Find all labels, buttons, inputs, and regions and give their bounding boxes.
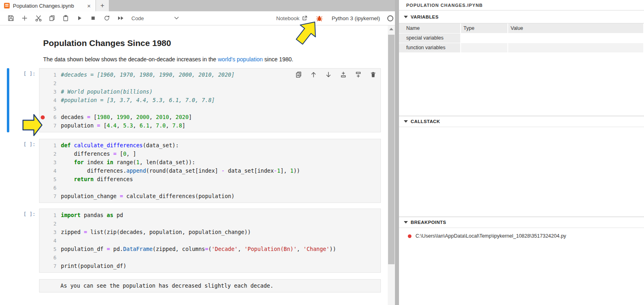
arrow-down-icon (325, 71, 332, 78)
kernel-name[interactable]: Python 3 (ipykernel) (332, 15, 380, 21)
markdown-edit-cell[interactable]: As you can see the population has decrea… (0, 279, 388, 292)
code-line: 2 (39, 79, 380, 88)
duplicate-cell-button[interactable] (295, 71, 302, 78)
debugger-toggle-button[interactable] (315, 13, 324, 24)
line-number: 2 (46, 219, 56, 228)
code-line: 1def calculate_differences(data_set): (39, 141, 380, 150)
worlds-population-link[interactable]: world's population (218, 56, 263, 63)
code-line: 7population = [4.4, 5.3, 6.1, 7.0, 7.8] (39, 121, 380, 130)
debugger-panel-title: POPULATION CHANGES.IPYNB (399, 0, 644, 10)
run-all-button[interactable] (114, 13, 127, 24)
breakpoint-dot-icon (408, 234, 411, 238)
interrupt-kernel-button[interactable] (86, 13, 100, 24)
delete-cell-button[interactable] (370, 71, 376, 78)
markdown-cell-title[interactable]: Population Changes Since 1980 (0, 34, 388, 48)
tab-title: Population Changes.ipynb (13, 3, 82, 9)
copy-cells-button[interactable] (45, 13, 59, 24)
bug-icon (316, 15, 323, 22)
code-cell[interactable]: [ ]:1def calculate_differences(data_set)… (0, 139, 388, 203)
cell-editor[interactable]: 1import pandas as pd2 3zipped = list(zip… (39, 209, 381, 273)
breakpoint-gutter[interactable] (39, 71, 46, 79)
breakpoint-gutter[interactable] (39, 236, 46, 245)
line-number: 4 (46, 236, 56, 245)
breakpoint-gutter[interactable] (39, 228, 46, 236)
paste-cells-button[interactable] (59, 13, 73, 24)
line-number: 5 (46, 175, 56, 184)
scrollbar-thumb[interactable] (388, 35, 395, 264)
move-cell-up-button[interactable] (310, 71, 317, 78)
tab-population-changes[interactable]: Population Changes.ipynb × (0, 0, 96, 11)
breakpoint-gutter[interactable] (39, 79, 46, 88)
scrollbar-up-button[interactable] (388, 25, 395, 32)
kernel-status-icon (387, 15, 393, 21)
code-text: differences = [0, ] (56, 150, 136, 158)
variables-header-row: Name Type Value (399, 23, 644, 33)
variables-row-special[interactable]: special variables (399, 33, 644, 43)
panel-splitter[interactable] (395, 0, 399, 305)
breakpoint-gutter[interactable] (39, 219, 46, 228)
breakpoint-gutter[interactable] (39, 184, 46, 192)
tab-bar: Population Changes.ipynb × + (0, 0, 399, 11)
cell-prompt: [ ]: (0, 209, 39, 273)
restart-kernel-button[interactable] (100, 13, 114, 24)
notebook-launcher-label: Notebook (276, 15, 299, 21)
code-line: 3# World population(billions) (39, 88, 380, 96)
cell-editor[interactable]: 1def calculate_differences(data_set):2 d… (39, 139, 381, 203)
move-cell-down-button[interactable] (325, 71, 332, 78)
scroll-up-icon (389, 28, 393, 30)
breakpoint-gutter[interactable] (39, 175, 46, 184)
copy-icon (49, 15, 55, 21)
line-number: 1 (46, 211, 56, 219)
cell-editor[interactable]: As you can see the population has decrea… (39, 279, 381, 292)
line-number: 3 (46, 158, 56, 167)
code-line: 6decades = [1980, 1990, 2000, 2010, 2020… (39, 113, 380, 121)
cell-type-dropdown[interactable]: Code (131, 15, 179, 21)
line-number: 6 (46, 113, 56, 121)
breakpoint-gutter[interactable] (39, 167, 46, 175)
breakpoint-gutter[interactable] (39, 192, 46, 201)
notebook-launcher-button[interactable]: Notebook (276, 15, 307, 21)
notebook-scrollbar[interactable] (388, 25, 395, 305)
save-button[interactable] (4, 13, 18, 24)
cell-editor[interactable]: 1#decades = [1960, 1970, 1980, 1990, 200… (39, 68, 381, 132)
breakpoint-gutter[interactable] (39, 211, 46, 219)
breakpoint-gutter[interactable] (39, 121, 46, 130)
breakpoint-gutter[interactable] (39, 158, 46, 167)
code-line: 3zipped = list(zip(decades, population, … (39, 228, 380, 236)
breakpoint-gutter[interactable] (39, 262, 46, 270)
line-number: 5 (46, 245, 56, 253)
code-text: #decades = [1960, 1970, 1980, 1990, 2000… (56, 71, 235, 79)
code-cell[interactable]: [ ]:1import pandas as pd2 3zipped = list… (0, 209, 388, 273)
plus-icon (21, 15, 28, 21)
insert-cell-above-button[interactable] (340, 71, 347, 78)
breakpoint-list-item[interactable]: C:\Users\Ian\AppData\Local\Temp\ipykerne… (399, 232, 644, 240)
variables-section-header[interactable]: VARIABLES (399, 10, 644, 23)
breakpoint-gutter[interactable] (39, 245, 46, 253)
code-text: population_change = calculate_difference… (56, 192, 235, 201)
insert-cell-button[interactable] (18, 13, 31, 24)
cut-cells-button[interactable] (31, 13, 45, 24)
insert-cell-below-button[interactable] (355, 71, 361, 78)
callstack-section-header[interactable]: CALLSTACK (399, 116, 644, 127)
breakpoint-gutter[interactable] (39, 141, 46, 150)
breakpoint-gutter[interactable] (39, 113, 46, 121)
line-number: 2 (46, 79, 56, 88)
new-tab-button[interactable]: + (96, 0, 109, 11)
code-line: 5population_df = pd.DataFrame(zipped, co… (39, 245, 380, 253)
breakpoint-gutter[interactable] (39, 104, 46, 113)
line-number: 7 (46, 262, 56, 270)
tab-close-icon[interactable]: × (85, 3, 92, 9)
variables-row-function[interactable]: function variables (399, 43, 644, 52)
breakpoint-gutter[interactable] (39, 96, 46, 104)
markdown-cell-intro[interactable]: The data shown below shows the decade-on… (0, 53, 388, 63)
breakpoint-gutter[interactable] (39, 150, 46, 158)
breakpoint-gutter[interactable] (39, 253, 46, 262)
breakpoint-gutter[interactable] (39, 88, 46, 96)
code-text: population = [4.4, 5.3, 6.1, 7.0, 7.8] (56, 121, 185, 130)
run-cell-button[interactable] (73, 13, 86, 24)
code-text: zipped = list(zip(decades, population, p… (56, 228, 251, 236)
code-text: # World population(billions) (56, 88, 153, 96)
breakpoints-section-header[interactable]: BREAKPOINTS (399, 217, 644, 228)
code-cell[interactable]: [ ]:1#decades = [1960, 1970, 1980, 1990,… (0, 68, 388, 132)
breakpoint-dot-icon[interactable] (41, 115, 45, 119)
